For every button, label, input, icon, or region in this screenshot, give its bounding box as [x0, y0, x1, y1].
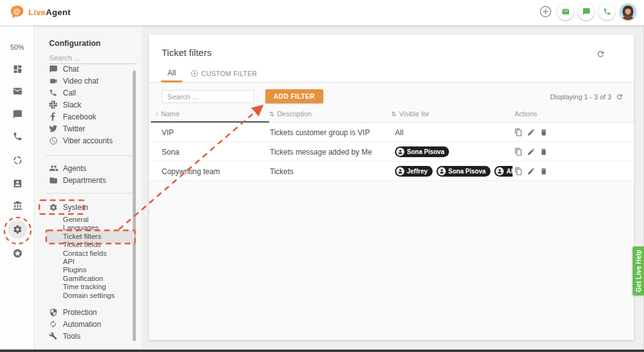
sidebar-item-departments[interactable]: Departments: [35, 174, 142, 186]
sidebar-subitem-ticket-fields[interactable]: Ticket fields: [63, 241, 138, 249]
rail-billing-button[interactable]: [0, 201, 35, 211]
sidebar-subitem-plugins[interactable]: Plugins: [63, 266, 138, 274]
table-row-copywriting-team[interactable]: Copywriting team Tickets Jeffrey Sona Pi…: [149, 162, 634, 181]
table-row-vip[interactable]: VIP Tickets customer group is VIP All: [149, 123, 634, 142]
shield-icon: [49, 308, 58, 317]
folder-icon: [49, 176, 58, 185]
card-header: Ticket filters All CUSTOM FILTER: [149, 35, 634, 83]
sidebar-item-slack[interactable]: Slack: [35, 99, 142, 111]
tickets-button[interactable]: [557, 4, 574, 20]
column-header-description[interactable]: ⇅ Description: [269, 110, 311, 118]
sidebar-item-agents[interactable]: Agents: [35, 162, 142, 174]
rail-call-button[interactable]: [0, 131, 35, 141]
duplicate-button[interactable]: [514, 167, 523, 175]
configuration-sidebar: Configuration Chat Video chat Call Slack…: [35, 25, 142, 352]
sidebar-item-call[interactable]: Call: [35, 87, 142, 99]
rail-tickets-button[interactable]: [0, 86, 35, 96]
sidebar-subitem-languages[interactable]: Languages: [63, 224, 138, 232]
rail-starred-button[interactable]: [0, 248, 35, 258]
liveagent-app: @ LiveAgent: [0, 0, 644, 352]
svg-text:@: @: [14, 8, 21, 15]
add-filter-button[interactable]: ADD FILTER: [265, 89, 323, 103]
sidebar-item-tools[interactable]: Tools: [35, 330, 142, 342]
add-new-button[interactable]: [538, 4, 553, 19]
user-avatar[interactable]: [619, 3, 636, 20]
liveagent-logo[interactable]: @ LiveAgent: [9, 4, 70, 19]
calls-button[interactable]: [599, 4, 615, 20]
sidebar-item-viber[interactable]: Viber accounts: [35, 135, 142, 146]
sidebar-item-protection[interactable]: Protection: [35, 306, 142, 318]
pencil-icon: [527, 148, 535, 156]
slack-icon: [49, 101, 57, 109]
tab-custom-filter[interactable]: CUSTOM FILTER: [188, 65, 260, 82]
refresh-button[interactable]: [596, 50, 605, 61]
pill-label: Alexandra Sch: [506, 168, 513, 175]
sidebar-item-label: Video chat: [63, 77, 99, 85]
sidebar-subitem-time-tracking[interactable]: Time tracking: [63, 283, 138, 291]
trash-icon: [540, 128, 548, 136]
duplicate-button[interactable]: [514, 148, 523, 156]
viber-icon: [49, 136, 58, 145]
chat-bubble-icon: [13, 109, 23, 119]
column-label: Actions: [514, 110, 537, 118]
tab-all[interactable]: All: [161, 65, 182, 82]
sidebar-item-video-chat[interactable]: Video chat: [35, 75, 142, 87]
chats-button[interactable]: [578, 4, 594, 20]
sidebar-item-automation[interactable]: Automation: [35, 318, 142, 330]
delete-button[interactable]: [540, 167, 548, 175]
agent-pill: Sona Pisova: [436, 166, 491, 177]
sidebar-item-twitter[interactable]: Twitter: [35, 123, 142, 135]
sidebar-subitem-domain-settings[interactable]: Domain settings: [63, 292, 138, 300]
sidebar-item-label: System: [63, 203, 88, 212]
sidebar-item-label: Call: [63, 89, 76, 97]
sidebar-subitem-api[interactable]: API: [63, 258, 138, 266]
ticket-filters-card: Ticket filters All CUSTOM FILTER ADD FIL…: [149, 35, 634, 340]
sidebar-item-label: Departments: [63, 176, 106, 185]
sidebar-subitem-ticket-filters[interactable]: Ticket filters: [63, 233, 138, 241]
rail-chat-button[interactable]: [0, 109, 35, 119]
channel-list: Chat Video chat Call Slack Facebook Twit…: [35, 65, 142, 155]
sidebar-item-system[interactable]: System: [35, 202, 142, 213]
sidebar-item-label: Agents: [63, 164, 86, 173]
table-refresh-button[interactable]: [616, 92, 623, 103]
sort-icon: ⇅: [391, 111, 396, 118]
edit-button[interactable]: [527, 128, 535, 136]
sidebar-item-facebook[interactable]: Facebook: [35, 111, 142, 123]
envelope-icon: [562, 8, 570, 16]
column-header-name[interactable]: ↑ Name: [155, 110, 179, 118]
edit-button[interactable]: [527, 167, 535, 175]
sidebar-subitem-gamification[interactable]: Gamification: [63, 275, 138, 283]
filter-search-input[interactable]: [162, 90, 254, 103]
refresh-icon: [616, 93, 623, 101]
person-icon: [396, 148, 404, 156]
gear-icon: [13, 224, 23, 234]
row-actions: [514, 142, 548, 162]
sidebar-subitem-general[interactable]: General: [63, 216, 138, 224]
contact-card-icon: [13, 179, 23, 189]
sidebar-item-label: Automation: [63, 320, 101, 329]
table-row-sona[interactable]: Sona Tickets message added by Me Sona Pi…: [149, 142, 634, 162]
sidebar-divider: [45, 193, 135, 194]
column-header-visible-for[interactable]: ⇅ Visible for: [391, 110, 430, 118]
duplicate-button[interactable]: [514, 128, 523, 136]
sidebar-item-label: Protection: [63, 308, 97, 317]
video-camera-icon: [49, 77, 58, 85]
rail-contacts-button[interactable]: [0, 179, 35, 189]
rail-dashboard-button[interactable]: [0, 64, 35, 74]
bank-icon: [13, 201, 23, 211]
sidebar-subitem-contact-fields[interactable]: Contact fields: [63, 250, 138, 258]
sidebar-item-chat[interactable]: Chat: [35, 65, 142, 75]
sidebar-scrollbar[interactable]: [133, 70, 136, 341]
delete-button[interactable]: [540, 128, 548, 136]
edit-button[interactable]: [527, 148, 535, 156]
star-circle-icon: [13, 248, 23, 258]
ring-icon: [13, 155, 23, 165]
rail-social-button[interactable]: [0, 155, 35, 165]
rail-settings-button[interactable]: [0, 220, 35, 239]
sidebar-search-input[interactable]: [49, 52, 137, 64]
get-live-help-button[interactable]: Get Live Help: [633, 246, 644, 295]
delete-button[interactable]: [540, 148, 548, 156]
agent-pill: Alexandra Sch: [494, 166, 513, 177]
tab-label: CUSTOM FILTER: [201, 70, 257, 77]
phone-icon: [603, 8, 611, 16]
